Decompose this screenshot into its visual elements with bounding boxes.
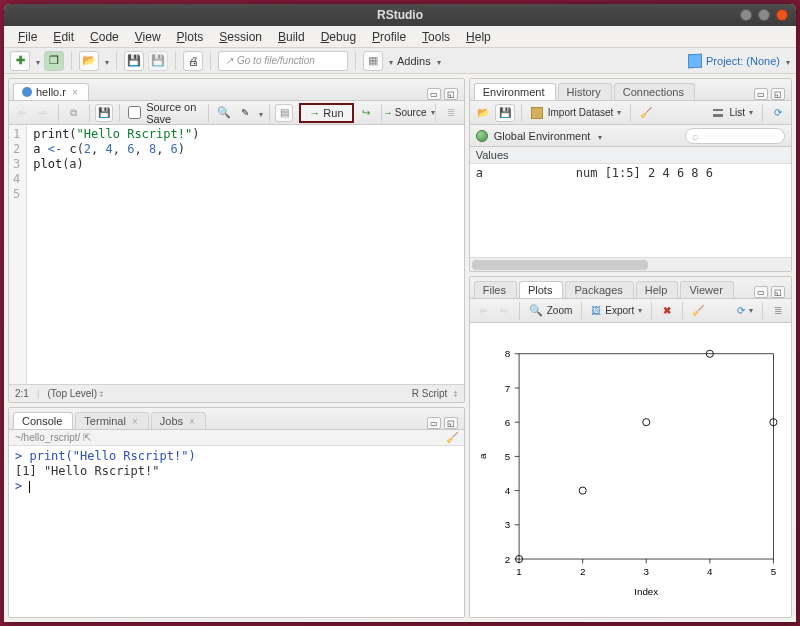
close-tab-icon[interactable]: × [72,87,78,98]
file-type-label[interactable]: R Script [412,388,448,399]
source-on-save-check[interactable] [128,106,141,119]
save-ws-button[interactable]: 💾 [495,104,515,122]
env-var-row[interactable]: a num [1:5] 2 4 6 8 6 [470,164,791,182]
console-body[interactable]: > print("Hello Rscript!") [1] "Hello Rsc… [9,446,464,617]
save-button[interactable]: 💾 [124,51,144,71]
source-menu[interactable]: → Source [387,104,429,122]
pane-max-icon[interactable]: ◱ [444,88,458,100]
zoom-button[interactable]: 🔍Zoom [526,302,576,320]
svg-point-29 [642,419,649,426]
wand-button[interactable]: ✎ [236,104,254,122]
import-dataset-menu[interactable]: Import Dataset [528,104,625,122]
load-ws-button[interactable]: 📂 [474,104,492,122]
menu-help[interactable]: Help [460,28,497,46]
clear-plots-button[interactable]: 🧹 [689,302,707,320]
close-terminal-icon[interactable]: × [132,416,138,427]
addins-menu[interactable]: Addins [397,55,441,67]
env-search-input[interactable]: ⌕ [685,128,785,144]
find-button[interactable]: 🔍 [215,104,233,122]
source-on-save-label: Source on Save [146,101,202,125]
open-file-dropdown[interactable] [103,55,109,67]
code-body[interactable]: print("Hello Rscript!") a <- c(2, 4, 6, … [27,125,205,384]
menubar: File Edit Code View Plots Session Build … [4,26,796,48]
scope-label[interactable]: (Top Level) [48,388,97,399]
menu-code[interactable]: Code [84,28,125,46]
clear-env-button[interactable]: 🧹 [637,104,655,122]
remove-plot-button[interactable]: ✖ [658,302,676,320]
tab-plots[interactable]: Plots [519,281,563,298]
report-button[interactable]: ▤ [275,104,293,122]
publish-button[interactable]: ≣ [769,302,787,320]
menu-build[interactable]: Build [272,28,311,46]
goto-placeholder: Go to file/function [237,55,315,66]
refresh-env-button[interactable]: ⟳ [769,104,787,122]
save-all-button[interactable]: 💾 [148,51,168,71]
tab-viewer[interactable]: Viewer [680,281,733,298]
rerun-button[interactable]: ↪ [357,104,375,122]
code-editor[interactable]: 1 2 3 4 5 print("Hello Rscript!") a <- c… [9,125,464,384]
plot-next-button[interactable]: ⇨ [495,302,513,320]
menu-view[interactable]: View [129,28,167,46]
run-label: Run [323,107,343,119]
tab-jobs[interactable]: Jobs× [151,412,206,429]
env-max-icon[interactable]: ◱ [771,88,785,100]
tab-history[interactable]: History [558,83,612,100]
env-scope-label[interactable]: Global Environment [494,130,591,142]
pane-min-icon[interactable]: ▭ [427,88,441,100]
print-button[interactable]: 🖨 [183,51,203,71]
source-tab-hello[interactable]: hello.r × [13,83,89,100]
console-pane: Console Terminal× Jobs× ▭ ◱ ~/hello_rscr… [8,407,465,618]
tab-help[interactable]: Help [636,281,679,298]
tab-packages[interactable]: Packages [565,281,633,298]
console-max-icon[interactable]: ◱ [444,417,458,429]
plots-min-icon[interactable]: ▭ [754,286,768,298]
env-scope-dropdown[interactable] [596,130,602,142]
titlebar: RStudio [4,4,796,26]
menu-tools[interactable]: Tools [416,28,456,46]
nav-back-button[interactable]: ⇦ [13,104,31,122]
run-button[interactable]: → Run [299,103,353,123]
export-menu[interactable]: 🖼 Export [588,302,645,320]
tab-connections[interactable]: Connections [614,83,695,100]
project-menu[interactable]: Project: (None) [688,54,790,68]
tab-environment[interactable]: Environment [474,83,556,100]
tab-files[interactable]: Files [474,281,517,298]
minimize-button[interactable] [740,9,752,21]
clear-console-icon[interactable]: 🧹 [446,432,458,443]
svg-text:5: 5 [770,567,776,578]
close-jobs-icon[interactable]: × [189,416,195,427]
menu-session[interactable]: Session [213,28,268,46]
maximize-button[interactable] [758,9,770,21]
save-source-button[interactable]: 💾 [95,104,113,122]
menu-edit[interactable]: Edit [47,28,80,46]
goto-file-input[interactable]: ↗ Go to file/function [218,51,348,71]
grid-button[interactable]: ▦ [363,51,383,71]
svg-rect-0 [519,354,773,559]
list-label: List [729,107,745,118]
nav-fwd-button[interactable]: ⇨ [34,104,52,122]
new-file-dropdown[interactable] [34,55,40,67]
path-popout-icon[interactable]: ⇱ [83,432,91,443]
run-icon: → [309,107,320,119]
outline-button[interactable]: ≣ [442,104,460,122]
env-min-icon[interactable]: ▭ [754,88,768,100]
menu-plots[interactable]: Plots [171,28,210,46]
new-project-button[interactable]: ❐ [44,51,64,71]
menu-profile[interactable]: Profile [366,28,412,46]
menu-file[interactable]: File [12,28,43,46]
env-scrollbar[interactable] [470,257,791,271]
refresh-plot-button[interactable]: ⟳ [734,302,756,320]
tab-console[interactable]: Console [13,412,73,429]
grid-dropdown[interactable] [387,55,393,67]
show-in-new-window[interactable]: ⧉ [65,104,83,122]
open-file-button[interactable]: 📂 [79,51,99,71]
menu-debug[interactable]: Debug [315,28,362,46]
new-file-button[interactable]: ✚ [10,51,30,71]
wand-dropdown[interactable] [257,107,263,119]
tab-terminal[interactable]: Terminal× [75,412,148,429]
plots-max-icon[interactable]: ◱ [771,286,785,298]
list-view-menu[interactable]: List [710,104,756,122]
close-button[interactable] [776,9,788,21]
console-min-icon[interactable]: ▭ [427,417,441,429]
plot-prev-button[interactable]: ⇦ [474,302,492,320]
